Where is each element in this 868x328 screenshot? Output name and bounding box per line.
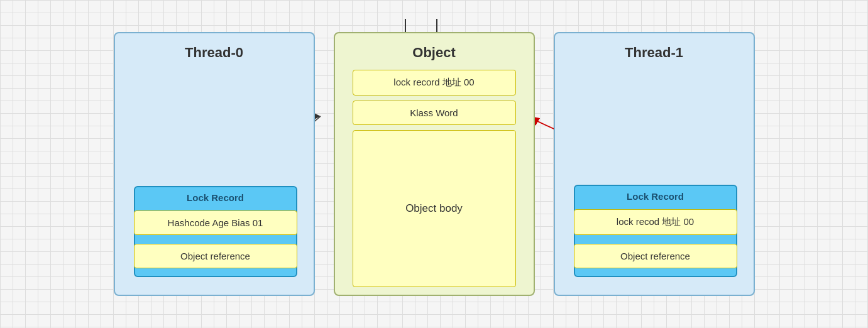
object-klass-word-row: Klass Word [353,101,516,125]
thread1-box: Thread-1 Lock Record lock recod 地址 00 Ob… [554,32,755,296]
thread1-lock-record: Lock Record lock recod 地址 00 Object refe… [574,185,737,277]
thread1-lock-recod-row: lock recod 地址 00 [574,209,737,235]
thread0-lock-record: Lock Record Hashcode Age Bias 01 Object … [134,186,297,277]
thread0-lock-record-title: Lock Record [187,192,244,203]
thread0-hashcode-row: Hashcode Age Bias 01 [134,210,297,235]
diagram-container: Thread-0 Lock Record Hashcode Age Bias 0… [0,0,868,328]
thread0-title: Thread-0 [185,33,243,67]
object-box: Object lock record 地址 00 Klass Word Obje… [334,32,535,296]
thread0-object-ref-row: Object reference [134,244,297,268]
object-title: Object [412,33,455,67]
object-body-row: Object body [353,130,516,287]
thread1-title: Thread-1 [625,33,683,67]
object-lock-record-row: lock record 地址 00 [353,70,516,96]
main-layout: Thread-0 Lock Record Hashcode Age Bias 0… [114,32,755,296]
thread0-box: Thread-0 Lock Record Hashcode Age Bias 0… [114,32,315,296]
thread1-lock-record-title: Lock Record [627,191,684,202]
thread1-object-ref-row: Object reference [574,244,737,268]
